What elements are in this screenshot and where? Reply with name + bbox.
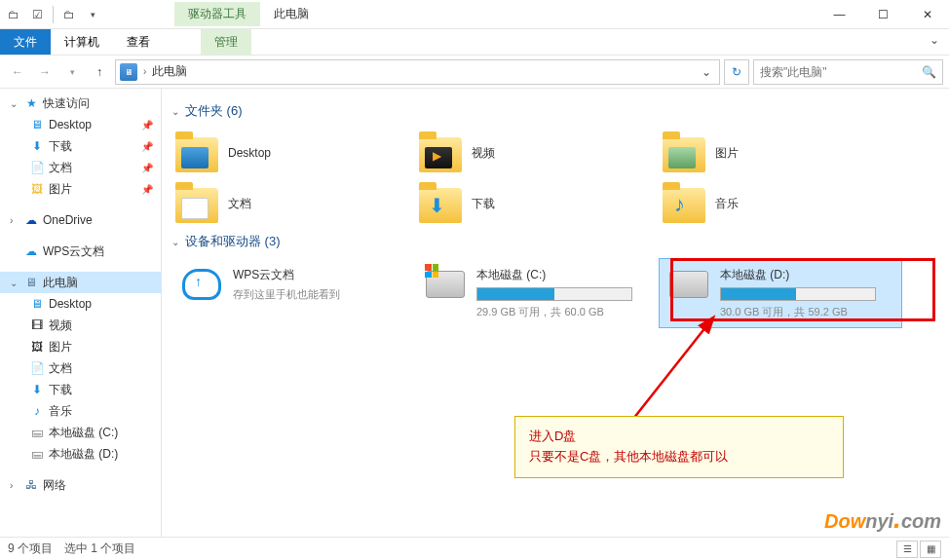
folder-label: Desktop [228,146,271,160]
disk-icon: 🖴 [29,446,45,462]
sidebar-desktop[interactable]: 🖥Desktop📌 [0,114,161,135]
folder-video[interactable]: 视频 [415,128,659,178]
status-item-count: 9 个项目 [8,541,53,557]
folder-desktop[interactable]: Desktop [171,128,415,178]
folder-music[interactable]: 音乐 [659,178,902,229]
breadcrumb-item[interactable]: 此电脑 [152,63,692,80]
window-controls: — ☐ ✕ [817,0,949,29]
sidebar-item-label: 文档 [49,360,72,377]
sidebar-network[interactable]: ›🖧网络 [0,474,161,496]
tab-file[interactable]: 文件 [0,29,51,55]
tab-computer[interactable]: 计算机 [51,29,113,55]
sidebar-quick-access[interactable]: ⌄★快速访问 [0,93,161,114]
back-button[interactable]: ← [6,60,29,84]
drive-label: 本地磁盘 (D:) [720,267,893,283]
drive-label: 本地磁盘 (C:) [476,267,650,283]
search-input[interactable] [760,65,922,79]
chevron-right-icon[interactable]: › [10,215,19,226]
address-bar[interactable]: 🖥 › 此电脑 ⌄ [115,59,720,85]
sidebar-item-label: WPS云文档 [43,243,104,260]
chevron-down-icon[interactable]: ⌄ [10,98,19,109]
sidebar-onedrive[interactable]: ›☁OneDrive [0,209,161,231]
folder-downloads[interactable]: 下载 [415,178,659,229]
group-header-devices[interactable]: ⌄设备和驱动器 (3) [171,233,949,250]
download-icon: ⬇ [29,138,45,154]
pc-icon: 🖥 [23,275,39,290]
disk-icon [424,267,467,302]
status-bar: 9 个项目 选中 1 个项目 ☰ ▦ [0,537,949,560]
chevron-right-icon[interactable]: › [10,480,19,491]
disk-icon [667,267,710,302]
chevron-down-icon: ⌄ [171,106,179,117]
sidebar-pc-pictures[interactable]: 🖼图片 [0,336,161,357]
explorer-icon: 🗀 [6,7,21,22]
drive-usage-bar [476,287,632,301]
properties-icon[interactable]: ☑ [29,7,45,22]
close-button[interactable]: ✕ [905,0,949,29]
qat-dropdown-icon[interactable]: ▾ [85,7,100,22]
breadcrumb-chevron-icon[interactable]: › [143,66,146,77]
drive-d[interactable]: 本地磁盘 (D:) 30.0 GB 可用，共 59.2 GB [659,258,902,328]
sidebar-wps[interactable]: ☁WPS云文档 [0,241,161,262]
tab-view[interactable]: 查看 [113,29,164,55]
folder-documents[interactable]: 文档 [171,178,415,229]
sidebar-item-label: 网络 [43,477,66,494]
group-header-folders[interactable]: ⌄文件夹 (6) [171,102,949,120]
drive-sub: 存到这里手机也能看到 [233,287,406,302]
sidebar-pictures[interactable]: 🖼图片📌 [0,178,161,200]
sidebar-pc-music[interactable]: ♪音乐 [0,400,161,422]
annotation-line2: 只要不是C盘，其他本地磁盘都可以 [529,447,829,467]
sidebar-item-label: Desktop [49,297,92,311]
drive-tools-tab[interactable]: 驱动器工具 [174,2,260,26]
new-folder-icon[interactable]: 🗀 [61,7,77,22]
navigation-pane: ⌄★快速访问 🖥Desktop📌 ⬇下载📌 📄文档📌 🖼图片📌 ›☁OneDri… [0,89,162,537]
cloud-icon: ☁ [23,243,39,259]
drives-grid: WPS云文档 存到这里手机也能看到 本地磁盘 (C:) 29.9 GB 可用，共… [171,258,949,328]
drive-c[interactable]: 本地磁盘 (C:) 29.9 GB 可用，共 60.0 GB [415,258,659,328]
search-box[interactable]: 🔍 [753,59,943,85]
sidebar-disk-d[interactable]: 🖴本地磁盘 (D:) [0,443,161,465]
drive-wps[interactable]: WPS云文档 存到这里手机也能看到 [171,258,415,328]
sidebar-pc-video[interactable]: 🎞视频 [0,315,161,336]
download-icon: ⬇ [29,382,45,397]
quick-access-toolbar: 🗀 ☑ 🗀 ▾ [0,6,106,23]
folder-label: 视频 [472,145,495,162]
titlebar: 🗀 ☑ 🗀 ▾ 驱动器工具 此电脑 — ☐ ✕ [0,0,949,29]
sidebar-documents[interactable]: 📄文档📌 [0,157,161,178]
sidebar-downloads[interactable]: ⬇下载📌 [0,135,161,157]
tab-manage[interactable]: 管理 [201,29,251,55]
watermark: Downyi.com [824,504,941,535]
picture-icon: 🖼 [29,181,45,197]
chevron-down-icon[interactable]: ⌄ [10,278,19,288]
minimize-button[interactable]: — [817,0,861,29]
search-icon[interactable]: 🔍 [922,65,936,79]
sidebar-pc-documents[interactable]: 📄文档 [0,357,161,379]
ribbon-expand-icon[interactable]: ⌄ [920,29,949,55]
pin-icon: 📌 [141,141,153,152]
star-icon: ★ [23,95,39,111]
folder-icon [419,184,462,223]
music-icon: ♪ [29,403,45,419]
annotation-callout: 进入D盘 只要不是C盘，其他本地磁盘都可以 [514,416,844,478]
refresh-button[interactable]: ↻ [724,59,749,85]
group-header-label: 文件夹 (6) [185,102,243,120]
sidebar-item-label: 音乐 [49,403,72,420]
up-button[interactable]: ↑ [88,60,111,84]
recent-dropdown-icon[interactable]: ▾ [60,60,84,84]
sidebar-item-label: 本地磁盘 (D:) [49,446,118,463]
sidebar-disk-c[interactable]: 🖴本地磁盘 (C:) [0,422,161,443]
chevron-down-icon: ⌄ [171,237,179,247]
forward-button[interactable]: → [33,60,57,84]
this-pc-icon: 🖥 [120,63,137,81]
folder-pictures[interactable]: 图片 [659,128,902,178]
network-icon: 🖧 [23,477,39,493]
maximize-button[interactable]: ☐ [861,0,905,29]
sidebar-pc-desktop[interactable]: 🖥Desktop [0,293,161,315]
sidebar-item-label: 快速访问 [43,95,90,112]
details-view-button[interactable]: ☰ [896,541,918,558]
sidebar-this-pc[interactable]: ⌄🖥此电脑 [0,272,161,293]
tiles-view-button[interactable]: ▦ [920,541,941,558]
address-dropdown-icon[interactable]: ⌄ [698,65,715,79]
sidebar-pc-downloads[interactable]: ⬇下载 [0,379,161,400]
sidebar-item-label: 此电脑 [43,275,78,291]
